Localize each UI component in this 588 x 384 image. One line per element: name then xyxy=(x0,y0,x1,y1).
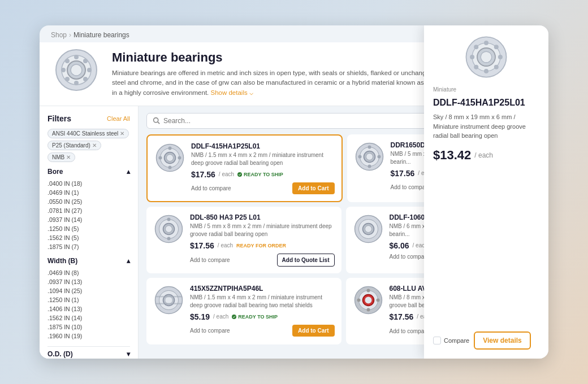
product-status-5: READY TO SHIP xyxy=(232,314,278,320)
detail-panel: Miniature DDLF-415HA1P25L01 Sky / 8 mm x… xyxy=(424,106,548,359)
product-card-1: DDLF-415HA1P25L01 NMB / 1.5 mm x 4 mm x … xyxy=(146,134,343,202)
compare-checkbox[interactable] xyxy=(433,337,441,344)
compare-label: Compare xyxy=(444,337,469,344)
width-section-header[interactable]: Width (B) ▴ xyxy=(47,257,130,265)
add-to-cart-button-1[interactable]: Add to Cart xyxy=(292,182,334,194)
detail-actions: Compare View details xyxy=(433,331,539,350)
product-price-unit-1: / each xyxy=(219,171,234,177)
svg-point-10 xyxy=(65,59,70,63)
product-image-4 xyxy=(353,213,384,245)
bore-filter-1562[interactable]: .1562 IN (5) xyxy=(47,233,130,242)
add-compare-4[interactable]: Add to compare xyxy=(390,254,430,260)
svg-point-22 xyxy=(237,172,242,177)
svg-point-28 xyxy=(368,164,371,168)
add-compare-5[interactable]: Add to compare xyxy=(190,328,230,334)
svg-point-19 xyxy=(168,165,172,169)
svg-point-29 xyxy=(358,155,361,158)
detail-compare-row: Compare xyxy=(433,337,469,344)
product-price-1: $17.56 xyxy=(191,170,215,179)
breadcrumb-shop[interactable]: Shop xyxy=(51,31,67,39)
filters-title: Filters xyxy=(47,114,71,123)
product-image-2 xyxy=(354,141,385,172)
svg-point-8 xyxy=(83,59,88,63)
svg-point-53 xyxy=(366,308,370,311)
bearing-icon-6 xyxy=(353,285,384,316)
bore-section-header[interactable]: Bore ▴ xyxy=(47,168,130,176)
width-filter-1406[interactable]: .1406 IN (13) xyxy=(47,304,130,313)
header-bearing-icon xyxy=(54,47,99,93)
svg-point-47 xyxy=(232,315,236,319)
svg-rect-46 xyxy=(155,303,183,304)
product-price-unit-5: / each xyxy=(213,313,228,320)
svg-point-40 xyxy=(365,225,371,232)
product-actions-1: Add to compare Add to Cart xyxy=(191,182,335,194)
filter-tag-p25[interactable]: P25 (Standard) ✕ xyxy=(47,141,101,150)
width-filter-0937[interactable]: .0937 IN (13) xyxy=(47,277,130,286)
svg-line-13 xyxy=(158,122,159,124)
svg-point-9 xyxy=(65,77,70,81)
check-icon-5 xyxy=(232,315,236,319)
product-price-unit-3: / each xyxy=(218,242,233,248)
search-box[interactable] xyxy=(146,113,451,129)
bore-filter-0781[interactable]: .0781 IN (27) xyxy=(47,206,130,215)
svg-point-26 xyxy=(366,153,373,160)
width-filter-1960[interactable]: .1960 IN (19) xyxy=(47,331,130,341)
svg-point-51 xyxy=(365,296,371,303)
bore-filter-0937[interactable]: .0937 IN (14) xyxy=(47,215,130,224)
product-price-row-5: $5.19 / each READY TO SHIP xyxy=(190,312,335,321)
breadcrumb-sep: › xyxy=(69,31,71,39)
bore-filter-0550[interactable]: .0550 IN (25) xyxy=(47,197,130,206)
bore-filter-1875[interactable]: .1875 IN (7) xyxy=(47,242,130,251)
bore-filter-0400[interactable]: .0400 IN (18) xyxy=(47,179,130,188)
product-info-5: 415X5ZZNTPIHA5P46L NMB / 1.5 mm x 4 mm x… xyxy=(190,285,335,338)
product-desc-5: NMB / 1.5 mm x 4 mm x 2 mm / miniature i… xyxy=(190,294,335,309)
svg-point-11 xyxy=(83,77,88,81)
product-status-1: READY TO SHIP xyxy=(237,172,283,177)
svg-point-17 xyxy=(167,154,174,161)
add-to-cart-button-5[interactable]: Add to Cart xyxy=(292,325,334,337)
svg-point-44 xyxy=(166,296,172,303)
add-compare-6[interactable]: Add to compare xyxy=(390,328,430,334)
width-filter-0469[interactable]: .0469 IN (8) xyxy=(47,268,130,277)
add-compare-1[interactable]: Add to compare xyxy=(191,185,231,191)
product-info-3: DDL-850 HA3 P25 L01 NMB / 5 mm x 8 mm x … xyxy=(190,213,335,267)
detail-price-row: $13.42 / each xyxy=(433,148,539,163)
breadcrumb-current: Miniature bearings xyxy=(74,31,129,39)
width-filter-1250[interactable]: .1250 IN (1) xyxy=(47,295,130,304)
svg-point-6 xyxy=(61,68,66,72)
sidebar-header: Filters Clear All xyxy=(47,114,130,123)
main-card: Shop › Miniature bearings Miniature bea xyxy=(40,25,548,359)
bearing-icon-5 xyxy=(153,285,184,316)
svg-point-12 xyxy=(154,118,158,123)
add-to-quote-button-3[interactable]: Add to Quote List xyxy=(277,254,335,267)
product-card-5: 415X5ZZNTPIHA5P46L NMB / 1.5 mm x 4 mm x… xyxy=(146,278,341,344)
filter-tag-nmb[interactable]: NMB ✕ xyxy=(47,152,75,162)
bore-filter-section: Bore ▴ .0400 IN (18) .0469 IN (1) .0550 … xyxy=(47,168,130,251)
width-filter-1875[interactable]: .1875 IN (10) xyxy=(47,322,130,331)
detail-price-unit: / each xyxy=(474,151,493,159)
main-layout: Filters Clear All ANSI 440C Stainless st… xyxy=(40,106,548,359)
clear-all-button[interactable]: Clear All xyxy=(107,115,130,122)
show-details-link[interactable]: Show details ⌵ xyxy=(211,88,253,98)
filter-tag-stainless[interactable]: ANSI 440C Stainless steel ✕ xyxy=(47,129,129,138)
product-actions-5: Add to compare Add to Cart xyxy=(190,325,335,337)
width-filter-1094[interactable]: .1094 IN (25) xyxy=(47,286,130,295)
width-filter-section: Width (B) ▴ .0469 IN (8) .0937 IN (13) .… xyxy=(47,257,130,341)
svg-point-35 xyxy=(167,217,171,221)
product-price-3: $17.56 xyxy=(190,241,214,250)
svg-point-27 xyxy=(368,145,371,149)
width-filter-1562[interactable]: .1562 IN (14) xyxy=(47,313,130,322)
bore-filter-1250[interactable]: .1250 IN (5) xyxy=(47,224,130,233)
od-filter-section[interactable]: O.D. (D) ▾ xyxy=(47,346,130,359)
bore-filter-0469[interactable]: .0469 IN (1) xyxy=(47,188,130,197)
product-price-5: $5.19 xyxy=(190,312,210,321)
add-compare-3[interactable]: Add to compare xyxy=(190,257,230,263)
header-image xyxy=(51,50,102,90)
product-price-6: $17.56 xyxy=(390,312,414,321)
svg-point-34 xyxy=(166,225,172,232)
view-details-button[interactable]: View details xyxy=(474,331,530,350)
search-input[interactable] xyxy=(163,117,444,125)
svg-point-7 xyxy=(87,68,92,72)
product-info-1: DDLF-415HA1P25L01 NMB / 1.5 mm x 4 mm x … xyxy=(191,142,335,194)
product-actions-3: Add to compare Add to Quote List xyxy=(190,254,335,267)
